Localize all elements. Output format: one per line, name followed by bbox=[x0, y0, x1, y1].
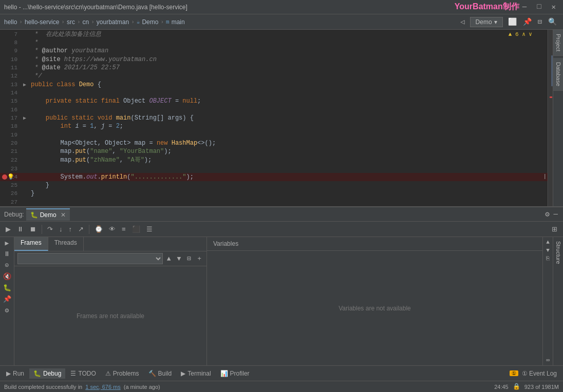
fold-arrow-13[interactable]: ▶ bbox=[21, 82, 29, 88]
memory-button[interactable]: ⬛ bbox=[129, 224, 143, 234]
up-button[interactable]: ▲ bbox=[165, 254, 173, 264]
todo-button[interactable]: ☰ TODO bbox=[66, 368, 100, 379]
fold-arrow-17[interactable]: ▶ bbox=[21, 115, 29, 121]
pause-side-icon[interactable]: ⏸ bbox=[4, 250, 10, 258]
line-content-25: } bbox=[29, 182, 548, 189]
line-number-15: 15 bbox=[0, 98, 21, 104]
down-arrow-icon[interactable]: ▼ bbox=[546, 247, 550, 253]
status-bar: Build completed successfully in 1 sec, 6… bbox=[0, 381, 563, 392]
line-content-9: * @author yourbatman bbox=[29, 47, 548, 54]
evaluate-button[interactable]: ⌚ bbox=[92, 224, 105, 234]
build-duration[interactable]: 1 sec, 676 ms bbox=[85, 384, 120, 390]
todo-label: TODO bbox=[78, 370, 96, 377]
settings-icon[interactable]: ⚙ bbox=[544, 209, 550, 220]
line-content-24: System.out.println(".............");| bbox=[29, 173, 548, 181]
debug-tab-close[interactable]: ✕ bbox=[61, 211, 66, 219]
build-button[interactable]: 🔨 Build bbox=[144, 368, 176, 379]
threads-tab[interactable]: Threads bbox=[48, 237, 84, 251]
debug-tab-icon: 🐛 bbox=[30, 211, 38, 219]
frames-dropdown[interactable] bbox=[17, 253, 163, 264]
breakpoints-icon[interactable]: ⊙ bbox=[5, 261, 9, 269]
frames-tab[interactable]: Frames bbox=[14, 237, 48, 251]
up-arrow-icon[interactable]: ▲ bbox=[546, 239, 550, 245]
breakpoint-indicator[interactable] bbox=[2, 174, 7, 180]
profiler-label: Profiler bbox=[230, 370, 250, 377]
database-panel-tab[interactable]: Database bbox=[553, 58, 563, 91]
code-line-20: 20 Map<Object, Object> map = new HashMap… bbox=[0, 139, 548, 147]
settings-debug-button[interactable]: ☰ bbox=[144, 224, 155, 234]
step-out-button[interactable]: ↑ bbox=[66, 224, 75, 234]
run-to-cursor-button[interactable]: ↗ bbox=[76, 224, 86, 234]
profiler-icon: 📊 bbox=[220, 370, 228, 377]
editor-toolbar-icons: ⬜ 📌 ⊟ 🔍 bbox=[506, 16, 559, 27]
watch-button[interactable]: 👁 bbox=[106, 224, 118, 234]
search-icon[interactable]: 🔍 bbox=[546, 16, 559, 27]
layout-button[interactable]: ⊞ bbox=[549, 224, 560, 234]
line-number-12: 12 bbox=[0, 73, 21, 79]
scroll-bar[interactable] bbox=[548, 30, 553, 206]
filter-button[interactable]: ⊟ bbox=[185, 253, 193, 264]
close-button[interactable]: ✕ bbox=[549, 3, 559, 11]
line-content-20: Map<Object, Object> map = new HashMap<>(… bbox=[29, 140, 548, 147]
debug-button[interactable]: 🐛 Debug bbox=[29, 368, 65, 379]
maximize-button[interactable]: □ bbox=[534, 3, 544, 11]
demo-dropdown-button[interactable]: Demo ▾ bbox=[470, 17, 503, 27]
line-content-8: * bbox=[29, 39, 548, 46]
breadcrumb-yourbatman[interactable]: yourbatman bbox=[97, 18, 129, 26]
code-lines: 7 * 在此处添加备注信息 8 * 9 * @author yourbatman… bbox=[0, 30, 548, 206]
todo-icon: ☰ bbox=[70, 370, 76, 377]
breadcrumb-src[interactable]: src bbox=[67, 18, 75, 26]
profiler-button[interactable]: 📊 Profiler bbox=[216, 368, 254, 379]
breadcrumb-main[interactable]: main bbox=[172, 18, 185, 26]
project-panel-tab[interactable]: Project bbox=[553, 30, 563, 56]
pin-icon[interactable]: 📌 bbox=[521, 16, 534, 27]
line-number-9: 9 bbox=[0, 48, 21, 54]
demo-btn-label: Demo bbox=[476, 18, 492, 26]
event-log-button[interactable]: ① ① Event Log bbox=[505, 368, 561, 379]
navigate-back-icon[interactable]: ◁ bbox=[458, 16, 466, 27]
step-over-button[interactable]: ↷ bbox=[45, 224, 55, 234]
line-number-11: 11 bbox=[0, 65, 21, 71]
line-number-24: 💡 24 bbox=[0, 174, 21, 180]
bug-icon[interactable]: 🐛 bbox=[3, 284, 11, 292]
down-button[interactable]: ▼ bbox=[175, 254, 183, 264]
breadcrumb-hello[interactable]: hello bbox=[4, 18, 17, 26]
pause-button[interactable]: ⏸ bbox=[14, 224, 26, 234]
code-line-8: 8 * bbox=[0, 38, 548, 47]
threads-button[interactable]: ≡ bbox=[119, 224, 128, 234]
debug-toolbar: ▶ ⏸ ⏹ ↷ ↓ ↑ ↗ ⌚ 👁 ≡ ⬛ ☰ ⊞ bbox=[0, 222, 563, 237]
code-line-22: 22 map.put("zhName", "A哥"); bbox=[0, 155, 548, 164]
breadcrumb-cn[interactable]: cn bbox=[83, 18, 89, 26]
infinity-icon[interactable]: ∞ bbox=[546, 357, 550, 363]
scroll-thumb[interactable] bbox=[551, 55, 553, 86]
terminal-button[interactable]: ▶ Terminal bbox=[177, 368, 215, 379]
line-number-7: 7 bbox=[0, 31, 21, 37]
resume-button[interactable]: ▶ bbox=[3, 224, 13, 234]
minimize-button[interactable]: — bbox=[519, 3, 530, 11]
pin-side-icon[interactable]: 📌 bbox=[3, 295, 11, 303]
lightbulb-icon[interactable]: 💡 bbox=[7, 173, 14, 180]
line-number-8: 8 bbox=[0, 40, 21, 46]
step-icon[interactable]: ▶ bbox=[5, 239, 9, 247]
debug-right-tools: ▲ ▼ ⎘ ∞ bbox=[542, 237, 553, 365]
problems-button[interactable]: ⚠ Problems bbox=[101, 368, 143, 379]
debug-tab-demo[interactable]: 🐛 Demo ✕ bbox=[26, 208, 70, 221]
settings-side-icon[interactable]: ⚙ bbox=[5, 306, 9, 315]
breadcrumb-service[interactable]: hello-service bbox=[25, 18, 59, 26]
step-into-button[interactable]: ↓ bbox=[57, 224, 65, 234]
stop-button[interactable]: ⏹ bbox=[27, 224, 39, 234]
code-editor[interactable]: ▲ 6 ∧ ∨ 7 * 在此处添加备注信息 8 * 9 * @author yo… bbox=[0, 30, 548, 206]
debug-minimize-icon[interactable]: — bbox=[553, 209, 559, 220]
debug-icon: 🐛 bbox=[33, 370, 41, 377]
run-button[interactable]: ▶ Run bbox=[2, 368, 28, 379]
line-content-17: public static void main(String[] args) { bbox=[29, 114, 548, 122]
copy-icon[interactable]: ⎘ bbox=[546, 256, 550, 262]
split-icon[interactable]: ⊟ bbox=[536, 16, 544, 27]
breadcrumb-demo[interactable]: Demo bbox=[142, 18, 158, 26]
add-button[interactable]: + bbox=[195, 254, 203, 264]
event-log-label: ① Event Log bbox=[522, 370, 557, 377]
layout-icon[interactable]: ⬜ bbox=[506, 16, 519, 27]
line-number-20: 20 bbox=[0, 140, 21, 146]
structure-tab[interactable]: Structure bbox=[553, 237, 563, 268]
mute-icon[interactable]: 🔇 bbox=[3, 272, 11, 281]
